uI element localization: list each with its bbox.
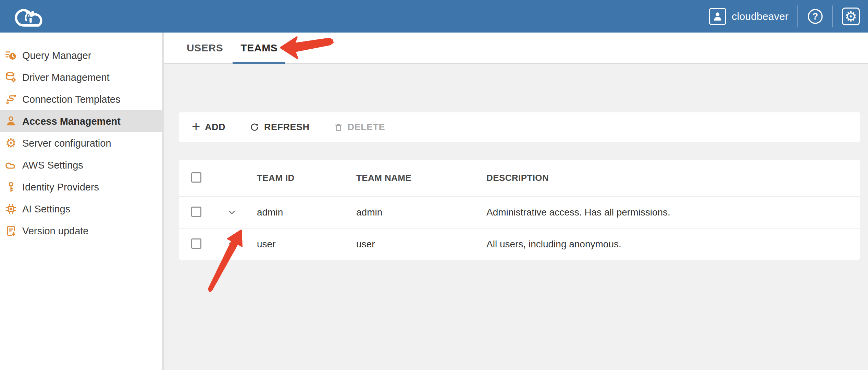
teams-content: + ADD REFRESH: [164, 64, 868, 370]
delete-button[interactable]: DELETE: [334, 122, 385, 133]
access-management-icon: [4, 114, 18, 128]
sidebar-item-aws-settings[interactable]: AWS Settings: [0, 154, 162, 176]
expand-chevron-icon[interactable]: [227, 239, 248, 249]
column-header-description: DESCRIPTION: [477, 173, 860, 183]
table-row-user[interactable]: user user All users, including anonymous…: [179, 228, 860, 260]
sidebar-item-version-update[interactable]: Version update: [0, 220, 162, 242]
refresh-button[interactable]: REFRESH: [249, 122, 310, 133]
cell-team-id: user: [248, 239, 347, 250]
select-all-checkbox[interactable]: [191, 172, 201, 183]
teams-table: TEAM ID TEAM NAME DESCRIPTION admin: [179, 160, 860, 260]
table-header-row: TEAM ID TEAM NAME DESCRIPTION: [179, 160, 860, 196]
delete-button-label: DELETE: [348, 122, 385, 133]
sidebar-item-label: Server configuration: [22, 138, 111, 149]
username-label: cloudbeaver: [732, 11, 789, 22]
add-button-label: ADD: [205, 122, 225, 133]
sidebar-item-label: Driver Management: [22, 72, 110, 83]
gear-icon: ⚙: [845, 10, 857, 23]
row-checkbox[interactable]: [191, 238, 201, 249]
trash-icon: [334, 123, 343, 132]
main-panel: USERS TEAMS + ADD REFRESH: [164, 33, 868, 370]
query-manager-icon: [4, 49, 18, 62]
help-icon: ?: [807, 8, 823, 25]
expand-chevron-icon[interactable]: [227, 207, 248, 218]
header-actions: cloudbeaver ? ⚙: [709, 5, 868, 27]
header-divider: [797, 5, 798, 27]
identity-providers-icon: [4, 180, 18, 194]
sidebar-item-driver-management[interactable]: Driver Management: [0, 66, 162, 88]
app-header: cloudbeaver ? ⚙: [0, 0, 868, 33]
sidebar-item-label: Version update: [22, 225, 88, 237]
cloudbeaver-admin-page: cloudbeaver ? ⚙: [0, 0, 868, 370]
sidebar-item-label: Connection Templates: [22, 94, 120, 105]
user-avatar[interactable]: [709, 8, 726, 25]
cloud-beaver-icon: [13, 4, 48, 29]
svg-text:?: ?: [813, 11, 818, 22]
person-icon: [711, 10, 724, 23]
driver-management-icon: [4, 71, 18, 84]
column-header-team-name: TEAM NAME: [347, 173, 477, 183]
ai-settings-icon: [4, 202, 18, 216]
header-divider: [832, 5, 833, 27]
sidebar-item-ai-settings[interactable]: AI Settings: [0, 198, 162, 220]
table-row-admin[interactable]: admin admin Administrative access. Has a…: [179, 196, 860, 228]
cell-description: All users, including anonymous.: [477, 239, 860, 250]
settings-button[interactable]: ⚙: [842, 8, 860, 25]
tab-users[interactable]: USERS: [179, 33, 231, 63]
help-button[interactable]: ?: [807, 8, 823, 25]
cell-team-id: admin: [248, 207, 347, 218]
sidebar-item-server-configuration[interactable]: ⚙ Server configuration: [0, 132, 162, 154]
cloudbeaver-logo[interactable]: [13, 4, 48, 29]
sidebar-item-label: Identity Providers: [22, 182, 99, 193]
add-button[interactable]: + ADD: [192, 122, 225, 133]
sidebar-item-label: AI Settings: [22, 204, 70, 215]
refresh-icon: [249, 122, 260, 133]
row-checkbox[interactable]: [191, 207, 201, 217]
cell-description: Administrative access. Has all permissio…: [477, 207, 860, 218]
tab-teams[interactable]: TEAMS: [233, 33, 285, 63]
admin-sidebar: Query Manager Driver Management: [0, 33, 162, 370]
connection-templates-icon: [4, 92, 18, 106]
refresh-button-label: REFRESH: [264, 122, 310, 133]
aws-settings-icon: [4, 158, 18, 172]
sidebar-item-access-management[interactable]: Access Management: [0, 110, 162, 132]
sidebar-item-label: Access Management: [22, 116, 121, 127]
teams-toolbar: + ADD REFRESH: [179, 112, 860, 142]
server-configuration-icon: ⚙: [4, 136, 18, 150]
sidebar-item-label: AWS Settings: [22, 160, 83, 171]
version-update-icon: [4, 224, 18, 238]
sidebar-item-identity-providers[interactable]: Identity Providers: [0, 176, 162, 198]
sidebar-item-label: Query Manager: [22, 50, 91, 61]
sidebar-item-connection-templates[interactable]: Connection Templates: [0, 88, 162, 110]
column-header-team-id: TEAM ID: [248, 173, 347, 183]
cell-team-name: admin: [347, 207, 477, 218]
tab-bar: USERS TEAMS: [164, 33, 868, 64]
cell-team-name: user: [347, 239, 477, 250]
sidebar-item-query-manager[interactable]: Query Manager: [0, 45, 162, 66]
